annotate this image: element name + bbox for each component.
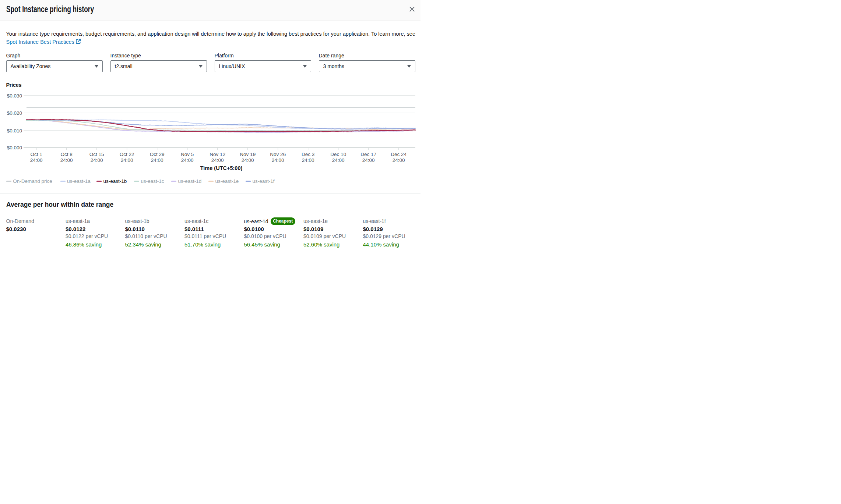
svg-text:$0.010: $0.010 [7, 128, 22, 134]
svg-text:Oct 29: Oct 29 [150, 152, 165, 157]
svg-text:Oct 22: Oct 22 [120, 152, 134, 157]
svg-text:24:00: 24:00 [362, 157, 375, 163]
svg-text:Dec 24: Dec 24 [391, 152, 407, 157]
svg-text:24:00: 24:00 [272, 157, 284, 163]
svg-text:24:00: 24:00 [211, 157, 224, 163]
svg-text:24:00: 24:00 [60, 157, 73, 163]
svg-text:Oct 1: Oct 1 [31, 152, 42, 157]
svg-text:$0.020: $0.020 [7, 110, 22, 116]
svg-text:Time (UTC+5:00): Time (UTC+5:00) [200, 165, 243, 171]
svg-text:Dec 17: Dec 17 [360, 152, 376, 157]
svg-text:Nov 19: Nov 19 [240, 152, 256, 157]
svg-text:Oct 8: Oct 8 [61, 152, 73, 157]
svg-text:$0.000: $0.000 [7, 145, 22, 150]
svg-text:Nov 5: Nov 5 [181, 152, 194, 157]
svg-text:Nov 12: Nov 12 [210, 152, 225, 157]
svg-text:Nov 26: Nov 26 [270, 152, 286, 157]
svg-text:24:00: 24:00 [393, 157, 405, 163]
svg-text:$0.030: $0.030 [7, 93, 22, 99]
svg-text:24:00: 24:00 [332, 157, 345, 163]
svg-text:24:00: 24:00 [151, 157, 163, 163]
svg-text:24:00: 24:00 [181, 157, 194, 163]
svg-text:Dec 3: Dec 3 [302, 152, 314, 157]
svg-text:24:00: 24:00 [30, 157, 43, 163]
svg-text:24:00: 24:00 [302, 157, 314, 163]
svg-text:24:00: 24:00 [242, 157, 254, 163]
svg-text:24:00: 24:00 [91, 157, 103, 163]
svg-text:Oct 15: Oct 15 [89, 152, 104, 157]
svg-text:24:00: 24:00 [121, 157, 133, 163]
svg-text:Dec 10: Dec 10 [330, 152, 346, 157]
